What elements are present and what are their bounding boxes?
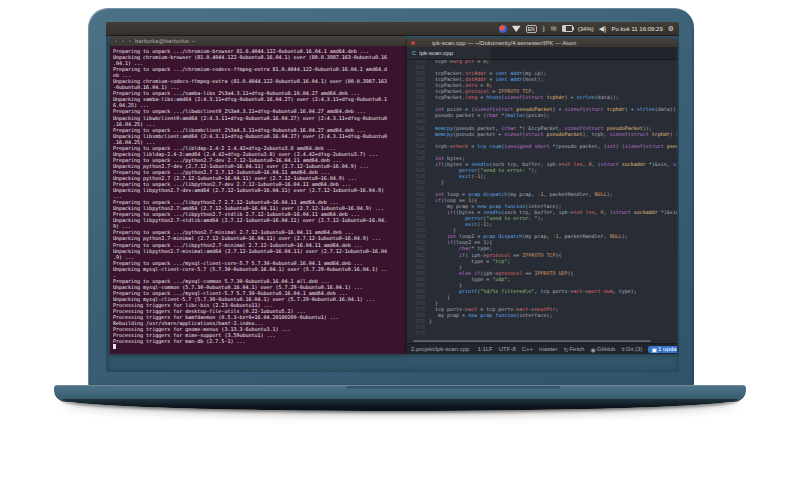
terminal-line: Unpacking libpython2.7-minimal:amd64 (2.… <box>113 248 404 254</box>
app-swirl-icon[interactable] <box>499 25 507 33</box>
terminal-line: Unpacking chromium-browser (81.0.4044.12… <box>113 54 404 60</box>
line-number: 575 <box>407 330 425 336</box>
status-item-lf[interactable]: LF <box>486 346 493 352</box>
terminal-line: Preparing to unpack .../mysql-client-cor… <box>113 260 404 266</box>
wifi-icon[interactable] <box>512 25 521 32</box>
terminal-prompt-line <box>113 344 404 350</box>
git-diff-icon: ± <box>621 346 624 352</box>
terminal-title: barborka@barborka: ~ <box>135 38 195 44</box>
mail-icon[interactable]: ✉ <box>551 25 557 32</box>
status-item-label: LF <box>486 346 493 352</box>
status-left: 2.projekt/ipk-scan.cpp 1:1 <box>411 346 486 352</box>
battery-percentage: (34%) <box>578 26 594 32</box>
horizontal-scrollbar[interactable] <box>407 339 677 343</box>
close-button[interactable] <box>411 41 415 45</box>
status-item-git-3-[interactable]: ±Git (3) <box>621 346 642 352</box>
code-line <box>429 330 677 336</box>
maximize-button[interactable] <box>425 41 429 45</box>
ubuntu-top-panel: EN ᛒ ✉ (34%) ◀) Po kvě 11 16:09:29 ⚙ <box>106 22 679 36</box>
code-area[interactable]: tcph->urg_ptr = 0; tcpPacket.srcAddr = i… <box>429 60 677 339</box>
status-item-label: master <box>539 346 557 352</box>
terminal-line: Unpacking libpython2.7-stdlib:amd64 (2.7… <box>113 217 404 223</box>
status-item-label: UTF-8 <box>499 346 516 352</box>
tab-label: ipk-scan.cpp <box>419 50 453 56</box>
status-item-1-update[interactable]: ▣1 update <box>648 346 677 353</box>
base-notch <box>346 386 560 391</box>
terminal-line: Preparing to unpack .../chromium-codecs-… <box>113 66 404 72</box>
laptop-bottom-edge <box>62 399 738 411</box>
status-item-github[interactable]: ◉GitHub <box>590 346 615 353</box>
status-item-fetch[interactable]: ↻Fetch <box>563 346 584 353</box>
laptop-mockup: EN ᛒ ✉ (34%) ◀) Po kvě 11 16:09:29 ⚙ bar… <box>0 0 800 477</box>
keyboard-layout-indicator[interactable]: EN <box>526 25 537 33</box>
session-gear-icon[interactable]: ⚙ <box>668 25 674 32</box>
terminal-cursor <box>113 344 116 349</box>
terminal-line: Unpacking python2.7-minimal (2.7.12-1ubu… <box>113 235 404 241</box>
tab-ipk-scan-cpp[interactable]: C ipk-scan.cpp <box>407 47 491 59</box>
status-bar: 2.projekt/ipk-scan.cpp 1:1 LFUTF-8C++mas… <box>407 343 677 354</box>
terminal-line: Unpacking libwbclient0:amd64 (2:4.3.11+d… <box>113 115 404 121</box>
battery-fill <box>563 26 566 31</box>
status-right: LFUTF-8C++master↻Fetch◉GitHub±Git (3)▣1 … <box>486 346 677 353</box>
github-icon: ◉ <box>590 346 595 353</box>
terminal-line: Unpacking libldap-2.4-2:amd64 (2.4.42+df… <box>113 151 404 157</box>
bluetooth-icon[interactable]: ᛒ <box>542 25 546 32</box>
battery-icon[interactable] <box>562 25 573 32</box>
terminal-line: Unpacking mysql-client-core-5.7 (5.7.30-… <box>113 266 404 272</box>
code-editor[interactable]: 5305315325335345355365375385395405415425… <box>407 60 677 339</box>
status-item-label: 1 update <box>658 346 677 352</box>
terminal-line: Preparing to unpack .../libpython2.7-min… <box>113 242 404 248</box>
terminal-body[interactable]: Preparing to unpack .../chromium-browser… <box>110 46 407 358</box>
tab-bar: C ipk-scan.cpp <box>407 47 677 60</box>
status-item-label: Fetch <box>569 346 584 352</box>
clock[interactable]: Po kvě 11 16:09:29 <box>611 26 662 32</box>
fetch-icon: ↻ <box>563 346 568 353</box>
terminal-line: Unpacking mysql-common (5.7.30-0ubuntu0.… <box>113 284 404 290</box>
status-item-label: GitHub <box>597 346 616 352</box>
minimize-button[interactable] <box>418 41 422 45</box>
terminal-window: barborka@barborka: ~ Preparing to unpack… <box>110 36 407 354</box>
status-item-utf-8[interactable]: UTF-8 <box>499 346 516 352</box>
close-button[interactable] <box>114 39 118 43</box>
volume-icon[interactable]: ◀) <box>599 25 607 32</box>
update-package-icon: ▣ <box>651 346 657 353</box>
terminal-line: Preparing to unpack .../libsmbclient_2%3… <box>113 127 404 133</box>
line-number-gutter: 5305315325335345355365375385395405415425… <box>407 60 429 339</box>
terminal-line: Preparing to unpack .../libwbclient0_2%3… <box>113 108 404 114</box>
minimize-button[interactable] <box>121 39 125 43</box>
atom-window-title: ipk-scan.cpp — ~/Dokumenty/4.semester/IP… <box>432 40 576 46</box>
terminal-line: Unpacking samba-libs:amd64 (2:4.3.11+dfs… <box>113 96 404 102</box>
status-item-label: Git (3) <box>626 346 643 352</box>
status-cursor-position[interactable]: 1:1 <box>477 346 485 352</box>
status-item-master[interactable]: master <box>539 346 557 352</box>
terminal-line: Unpacking libsmbclient:amd64 (2:4.3.11+d… <box>113 133 404 139</box>
terminal-line: Unpacking libpython2.7-dev:amd64 (2.7.12… <box>113 187 404 193</box>
code-line: tcph->check = tcp_csum((unsigned short *… <box>429 143 677 149</box>
cpp-file-icon: C <box>412 50 416 56</box>
status-item-c-[interactable]: C++ <box>522 346 533 352</box>
scrollbar-thumb[interactable] <box>413 340 651 342</box>
laptop-screen: EN ᛒ ✉ (34%) ◀) Po kvě 11 16:09:29 ⚙ bar… <box>106 22 679 372</box>
code-line: memcpy(pseudo_packet + sizeof(struct pse… <box>429 131 677 137</box>
status-file-path[interactable]: 2.projekt/ipk-scan.cpp <box>411 346 469 352</box>
atom-titlebar[interactable]: ipk-scan.cpp — ~/Dokumenty/4.semester/IP… <box>407 38 677 47</box>
terminal-titlebar[interactable]: barborka@barborka: ~ <box>110 36 407 46</box>
atom-window: ipk-scan.cpp — ~/Dokumenty/4.semester/IP… <box>407 38 677 353</box>
status-item-label: C++ <box>522 346 533 352</box>
maximize-button[interactable] <box>128 39 132 43</box>
